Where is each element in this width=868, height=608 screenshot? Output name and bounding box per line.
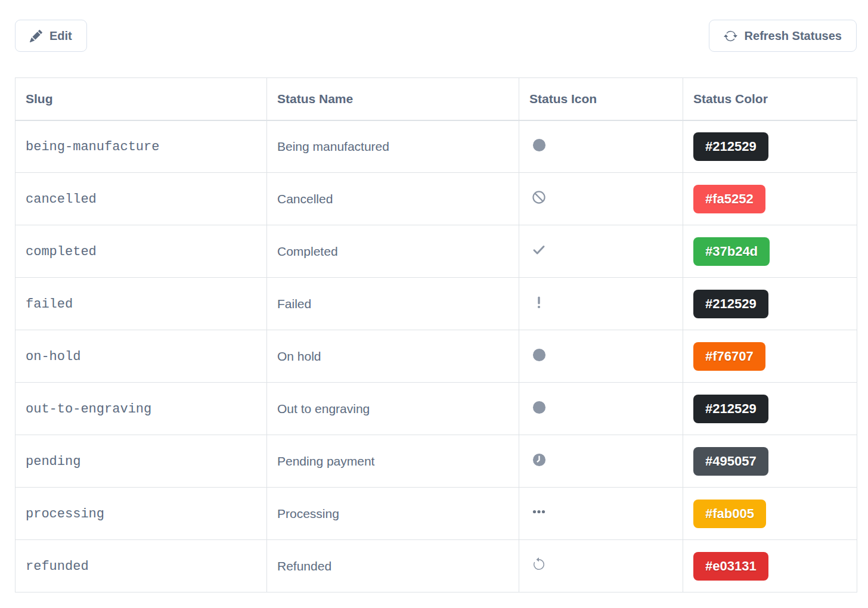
column-header-slug: Slug	[16, 78, 267, 120]
table-row: failed Failed #212529	[16, 278, 857, 330]
refresh-statuses-button-label: Refresh Statuses	[745, 29, 842, 43]
status-slug: pending	[26, 454, 80, 469]
status-slug: being-manufacture	[26, 139, 159, 154]
status-slug: refunded	[26, 559, 89, 574]
status-color-badge: #fa5252	[693, 185, 765, 213]
edit-button[interactable]: Edit	[15, 20, 87, 52]
status-name: Pending payment	[277, 454, 374, 468]
table-row: out-to-engraving Out to engraving #21252…	[16, 383, 857, 435]
pencil-icon	[30, 30, 42, 42]
status-name: Completed	[277, 244, 338, 258]
status-name: Refunded	[277, 559, 331, 573]
status-color-badge: #e03131	[693, 552, 768, 581]
circle-filled-icon	[532, 348, 546, 362]
status-slug: on-hold	[26, 349, 80, 364]
clock-filled-icon	[532, 452, 546, 467]
order-statuses-table: Slug Status Name Status Icon Status Colo…	[15, 77, 857, 593]
toolbar: Edit Refresh Statuses	[15, 20, 857, 52]
status-color-badge: #495057	[693, 447, 768, 476]
dots-icon	[532, 505, 546, 519]
exclamation-icon	[532, 295, 546, 309]
status-slug: out-to-engraving	[26, 402, 151, 417]
status-slug: completed	[26, 244, 97, 259]
status-slug: processing	[26, 507, 104, 522]
refresh-icon	[724, 29, 737, 43]
status-name: Out to engraving	[277, 402, 370, 415]
table-row: on-hold On hold #f76707	[16, 330, 857, 383]
status-name: Cancelled	[277, 192, 333, 206]
status-color-badge: #212529	[693, 132, 768, 161]
column-header-status-name: Status Name	[267, 78, 519, 120]
circle-filled-icon	[532, 138, 546, 153]
status-name: Failed	[277, 297, 311, 311]
circle-filled-icon	[532, 400, 546, 414]
status-slug: cancelled	[26, 192, 97, 207]
table-header: Slug Status Name Status Icon Status Colo…	[16, 78, 857, 120]
check-icon	[532, 243, 546, 257]
table-row: processing Processing #fab005	[16, 488, 857, 540]
table-row: completed Completed #37b24d	[16, 225, 857, 278]
status-name: Processing	[277, 507, 339, 520]
status-color-badge: #37b24d	[693, 237, 770, 266]
column-header-status-color: Status Color	[683, 78, 857, 120]
status-name: Being manufactured	[277, 139, 389, 153]
rotate-left-icon	[532, 557, 546, 572]
ban-icon	[532, 190, 546, 204]
status-color-badge: #212529	[693, 290, 768, 318]
status-name: On hold	[277, 349, 321, 363]
status-color-badge: #f76707	[693, 342, 765, 371]
status-color-badge: #212529	[693, 395, 768, 423]
status-color-badge: #fab005	[693, 500, 766, 528]
table-row: being-manufacture Being manufactured #21…	[16, 120, 857, 173]
refresh-statuses-button[interactable]: Refresh Statuses	[709, 20, 857, 52]
status-slug: failed	[26, 297, 73, 312]
table-row: refunded Refunded #e03131	[16, 540, 857, 593]
table-row: pending Pending payment #495057	[16, 435, 857, 488]
column-header-status-icon: Status Icon	[519, 78, 683, 120]
table-row: cancelled Cancelled #fa5252	[16, 173, 857, 225]
edit-button-label: Edit	[49, 29, 72, 43]
